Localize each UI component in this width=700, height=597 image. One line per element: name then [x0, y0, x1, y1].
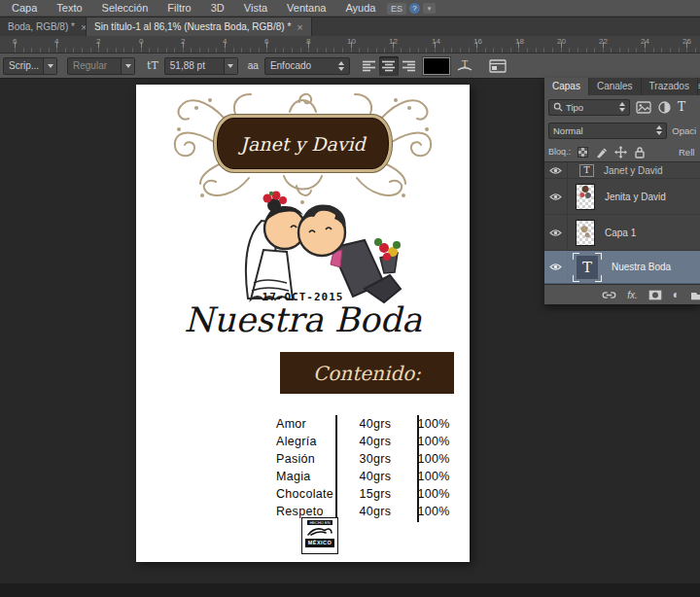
search-icon	[553, 102, 563, 112]
eagle-icon	[305, 525, 334, 538]
layer-row-jenita-y-david[interactable]: Jenita y David	[544, 179, 700, 215]
menu-texto[interactable]: Texto	[47, 0, 91, 17]
menu-ventana[interactable]: Ventana	[277, 0, 335, 17]
font-style-select[interactable]: Regular	[67, 57, 135, 75]
tab-label: Boda, RGB/8) *	[8, 21, 75, 32]
menu-filtro[interactable]: Filtro	[158, 0, 200, 17]
visibility-toggle[interactable]	[544, 162, 568, 178]
lock-row: Bloq.: Rell	[544, 142, 700, 161]
lock-label: Bloq.:	[548, 147, 571, 157]
font-family-select[interactable]: Scrip...	[3, 57, 57, 75]
blend-mode-row: Normal Opaci	[544, 119, 700, 142]
align-left-button[interactable]	[360, 56, 379, 76]
align-center-button[interactable]	[379, 56, 399, 76]
percent-cell: 100%	[416, 505, 451, 518]
visibility-toggle[interactable]	[544, 215, 568, 250]
table-divider	[335, 415, 337, 522]
filter-type-value: Tipo	[566, 102, 583, 113]
document-canvas[interactable]: Janet y David	[136, 85, 470, 562]
layer-mask-icon[interactable]	[648, 290, 662, 300]
wedding-title-text: Nuestra Boda	[136, 300, 470, 339]
link-layers-icon[interactable]	[602, 291, 616, 299]
ruler-tick-label: 14	[432, 37, 440, 46]
menu-capa[interactable]: Capa	[2, 0, 47, 17]
weight-cell: 40grs	[334, 470, 416, 483]
horizontal-ruler[interactable]: 6 4 2 0 2 4 6 8 10 12 14 16 18 20 22 24 …	[0, 36, 700, 53]
stamp-bottom-text: MÉXICO	[305, 539, 334, 547]
layer-name: Jenita y David	[605, 192, 666, 202]
lock-transparency-icon[interactable]	[578, 147, 588, 158]
ruler-tick-label: 16	[473, 37, 482, 46]
layers-list: T Janet y David Jenita y David Capa 1	[544, 161, 700, 284]
menu-3d[interactable]: 3D	[201, 0, 234, 17]
percent-cell: 100%	[416, 487, 451, 501]
layer-row-nuestra-boda-selected[interactable]: T Nuestra Boda	[544, 251, 700, 284]
anti-alias-select[interactable]: Enfocado	[264, 57, 350, 75]
kissing-couple-illustration	[219, 182, 413, 308]
layer-row-janet-y-david[interactable]: T Janet y David	[544, 162, 700, 179]
layers-panel-footer: fx. ◐	[544, 284, 700, 304]
language-menu-icon[interactable]: ▾	[423, 3, 436, 14]
blend-mode-select[interactable]: Normal	[548, 123, 667, 139]
lock-all-icon[interactable]	[634, 146, 646, 158]
chevron-down-icon[interactable]	[43, 58, 56, 74]
contents-table: Amor 40grs 100% Alegría 40grs 100% Pasió…	[274, 415, 451, 520]
adjustment-layer-icon[interactable]: ◐	[673, 288, 680, 301]
table-row: Magia 40grs 100%	[274, 468, 451, 485]
visibility-toggle[interactable]	[544, 179, 568, 214]
chevron-down-icon[interactable]	[224, 58, 237, 74]
new-group-icon[interactable]	[690, 290, 700, 300]
text-color-swatch[interactable]	[424, 58, 449, 74]
names-badge: Janet y David	[214, 115, 392, 172]
percent-cell: 100%	[416, 435, 451, 448]
ruler-tick-label: 6	[13, 37, 17, 46]
help-icon[interactable]: ?	[409, 3, 420, 14]
menu-seleccion[interactable]: Selección	[92, 0, 158, 17]
language-indicator[interactable]: ES	[387, 3, 406, 15]
document-tab-sin-titulo[interactable]: Sin título-1 al 86,1% (Nuestra Boda, RGB…	[87, 18, 312, 36]
close-icon[interactable]: ×	[297, 21, 302, 33]
eye-icon	[549, 228, 562, 237]
chevron-down-icon[interactable]	[121, 58, 134, 74]
layer-row-capa-1[interactable]: Capa 1	[544, 215, 700, 251]
visibility-toggle[interactable]	[544, 251, 568, 283]
item-cell: Pasión	[274, 452, 334, 466]
photoshop-window: Capa Texto Selección Filtro 3D Vista Ven…	[0, 0, 700, 597]
tab-canales[interactable]: Canales	[589, 78, 642, 95]
layer-filter-row: Tipo T	[544, 95, 700, 119]
eye-icon	[549, 193, 562, 201]
align-right-button[interactable]	[399, 56, 418, 76]
ruler-tick-label: 0	[139, 37, 143, 46]
toggle-panels-button[interactable]	[488, 56, 508, 76]
menu-ayuda[interactable]: Ayuda	[335, 0, 385, 17]
stepper-icon	[656, 125, 662, 135]
tab-capas[interactable]: Capas	[544, 78, 589, 95]
layer-filter-select[interactable]: Tipo	[548, 99, 630, 116]
adjustment-filter-icon[interactable]	[657, 101, 672, 114]
selected-layer-thumbnail[interactable]: T	[573, 253, 602, 282]
layer-name: Capa 1	[605, 228, 636, 238]
layer-style-icon[interactable]: fx.	[627, 290, 638, 300]
menu-vista[interactable]: Vista	[234, 0, 277, 17]
layer-thumbnail[interactable]	[576, 184, 595, 210]
tab-trazados[interactable]: Trazados	[642, 78, 698, 95]
lock-pixels-icon[interactable]	[595, 146, 608, 158]
font-style-value: Regular	[73, 60, 107, 71]
lock-position-icon[interactable]	[614, 146, 627, 158]
font-size-select[interactable]: 51,88 pt	[164, 57, 238, 75]
layer-thumbnail[interactable]	[576, 220, 595, 246]
ruler-tick-label: 10	[347, 37, 356, 46]
ruler-tick-label: 6	[264, 37, 268, 46]
item-cell: Alegría	[274, 435, 334, 448]
document-tab-boda[interactable]: Boda, RGB/8) * ×	[0, 18, 87, 36]
layer-name: Nuestra Boda	[612, 262, 671, 272]
contents-header-box: Contenido:	[280, 352, 454, 394]
warp-text-button[interactable]: T	[455, 56, 474, 76]
stepper-icon	[619, 102, 625, 112]
type-filter-icon[interactable]: T	[678, 100, 685, 114]
percent-cell: 100%	[416, 452, 451, 466]
ruler-tick-label: 22	[599, 37, 608, 46]
anti-alias-value: Enfocado	[270, 60, 311, 71]
pixel-filter-icon[interactable]	[636, 101, 651, 114]
table-row: Alegría 40grs 100%	[274, 433, 451, 450]
